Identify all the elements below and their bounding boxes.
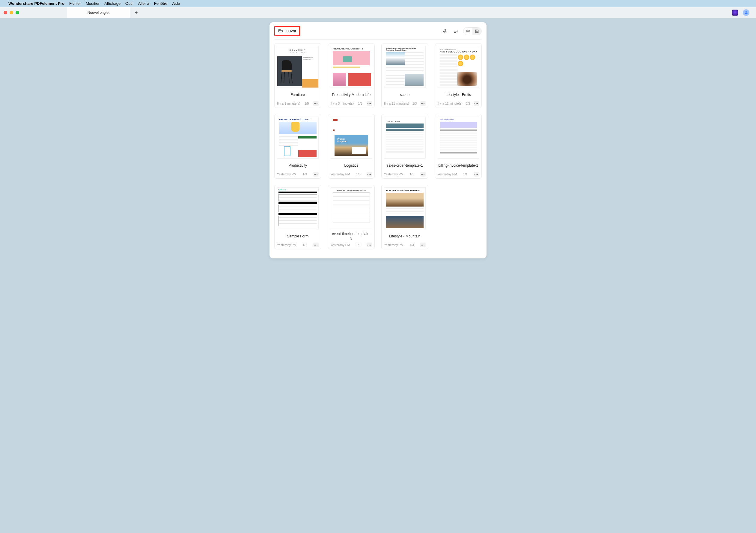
document-card[interactable]: HOW TO EAT HEALTHY AND FEEL GOOD EVERY D…	[435, 43, 482, 108]
document-card[interactable]: PANACEA Sample Form Yesterday PM 1/1 •••	[274, 185, 321, 250]
document-pages: 1/3	[358, 102, 363, 105]
document-time: Yesterday PM	[384, 173, 403, 176]
sort-icon[interactable]	[452, 28, 459, 35]
thumb-art	[348, 73, 371, 86]
document-time: Yesterday PM	[331, 243, 350, 247]
document-pages: 1/1	[410, 173, 414, 176]
document-thumbnail: Your Company Name	[438, 117, 479, 159]
document-title: Lifestyle - Mountain	[384, 232, 426, 241]
thumb-art	[386, 123, 423, 128]
svg-rect-4	[475, 31, 477, 32]
panel-toolbar: Ouvrir	[274, 26, 482, 40]
window-zoom-button[interactable]	[15, 11, 19, 14]
document-title: sales-order-template-1	[384, 161, 426, 170]
profile-avatar-icon[interactable]	[743, 9, 749, 16]
document-more-button[interactable]: •••	[366, 101, 372, 106]
document-more-button[interactable]: •••	[366, 172, 372, 176]
document-thumbnail: COLUMBIA COLLECTIVE INSPIRED BY THE COLL…	[277, 46, 319, 88]
ai-assistant-icon[interactable]	[732, 10, 738, 15]
document-more-button[interactable]: •••	[366, 243, 372, 247]
thumb-text: PANACEA	[279, 189, 317, 191]
document-title: Furniture	[277, 90, 319, 99]
thumb-art	[333, 73, 346, 86]
document-card[interactable]: COLUMBIA COLLECTIVE INSPIRED BY THE COLL…	[274, 43, 321, 108]
document-pages: 4/4	[410, 243, 414, 247]
thumb-text: Raise Energy Efficiencies Up While Reduc…	[386, 47, 423, 51]
document-card[interactable]: PROMOTE PRODUCTIVITY Productivity Yester…	[274, 114, 321, 179]
thumb-art	[386, 151, 423, 152]
thumb-art	[386, 67, 423, 71]
thumb-art	[440, 132, 477, 150]
gridview-button[interactable]	[472, 28, 481, 35]
document-thumbnail: PANACEA	[277, 187, 319, 229]
document-card[interactable]: SALES ORDER sales-order-template-1 Yeste…	[381, 114, 428, 179]
document-time: Il y a 1 minute(s)	[277, 102, 300, 105]
document-card[interactable]: Raise Energy Efficiencies Up While Reduc…	[381, 43, 428, 108]
viewmode-toggle	[463, 27, 482, 35]
thumb-art	[440, 122, 477, 128]
thumb-art	[386, 208, 423, 214]
document-pages: 1/5	[356, 173, 361, 176]
thumb-art	[386, 216, 423, 228]
thumb-text: PROMOTE PRODUCTIVITY	[279, 118, 316, 121]
thumb-art	[279, 213, 317, 215]
menu-fichier[interactable]: Fichier	[69, 1, 81, 6]
document-title: Sample Form	[277, 232, 319, 241]
menu-aide[interactable]: Aide	[172, 1, 180, 6]
document-pages: 1/3	[413, 102, 417, 105]
pin-icon[interactable]	[442, 28, 448, 35]
document-more-button[interactable]: •••	[473, 101, 479, 106]
menu-aller-a[interactable]: Aller à	[138, 1, 149, 6]
document-pages: 1/5	[305, 102, 309, 105]
new-tab-button[interactable]: +	[132, 8, 141, 17]
document-card[interactable]: Your Company Name billing-invoice-templa…	[435, 114, 482, 179]
document-card[interactable]: HOW ARE MOUNTAINS FORMED? Lifestyle - Mo…	[381, 185, 428, 250]
menu-affichage[interactable]: Affichage	[104, 1, 121, 6]
document-pages: 1/3	[303, 173, 307, 176]
thumb-art	[386, 52, 405, 66]
document-time: Il y a 12 minute(s)	[438, 102, 463, 105]
document-more-button[interactable]: •••	[420, 243, 426, 247]
menu-modifier[interactable]: Modifier	[86, 1, 99, 6]
document-more-button[interactable]: •••	[313, 243, 319, 247]
menu-outil[interactable]: Outil	[125, 1, 133, 6]
thumb-art	[440, 54, 458, 67]
document-thumbnail: Raise Energy Efficiencies Up While Reduc…	[384, 46, 426, 88]
document-card[interactable]: Timeline and Checklist for Event Plannin…	[328, 185, 375, 250]
svg-rect-1	[467, 32, 470, 32]
thumb-art	[279, 202, 317, 204]
window-close-button[interactable]	[4, 11, 7, 14]
document-title: Productivity	[277, 161, 319, 170]
menubar-app-name[interactable]: Wondershare PDFelement Pro	[8, 1, 65, 6]
thumb-art	[440, 129, 477, 131]
document-time: Yesterday PM	[438, 173, 457, 176]
thumb-art	[298, 136, 316, 139]
document-title: Logistics	[331, 161, 372, 170]
document-card[interactable]: Project Proposal Logistics Yesterday PM …	[328, 114, 375, 179]
window-tab-strip: Nouvel onglet +	[0, 7, 756, 18]
document-more-button[interactable]: •••	[313, 101, 319, 106]
document-more-button[interactable]: •••	[420, 172, 426, 176]
thumb-text: SALES ORDER	[387, 120, 423, 122]
listview-button[interactable]	[463, 28, 472, 35]
tab-current[interactable]: Nouvel onglet	[67, 7, 130, 18]
thumb-text: HOW ARE MOUNTAINS FORMED?	[386, 189, 423, 192]
document-more-button[interactable]: •••	[473, 172, 479, 176]
thumb-art	[279, 216, 317, 226]
document-thumbnail: Project Proposal	[331, 117, 372, 159]
document-card[interactable]: PROMOTE PRODUCTIVITY Productivity Modern…	[328, 43, 375, 108]
document-more-button[interactable]: •••	[313, 172, 319, 176]
menu-fenetre[interactable]: Fenêtre	[154, 1, 168, 6]
open-file-button[interactable]: Ouvrir	[274, 26, 300, 36]
traffic-lights	[4, 11, 19, 14]
document-thumbnail: HOW TO EAT HEALTHY AND FEEL GOOD EVERY D…	[438, 46, 479, 88]
thumb-text: Your Company Name	[440, 119, 477, 120]
thumb-art	[386, 132, 423, 149]
thumb-art	[405, 52, 423, 66]
thumb-text: COLUMBIA	[277, 49, 318, 51]
document-more-button[interactable]: •••	[420, 101, 426, 106]
window-minimize-button[interactable]	[10, 11, 13, 14]
thumb-art	[343, 56, 352, 62]
document-time: Yesterday PM	[384, 243, 403, 247]
thumb-art: Project Proposal	[335, 135, 368, 156]
